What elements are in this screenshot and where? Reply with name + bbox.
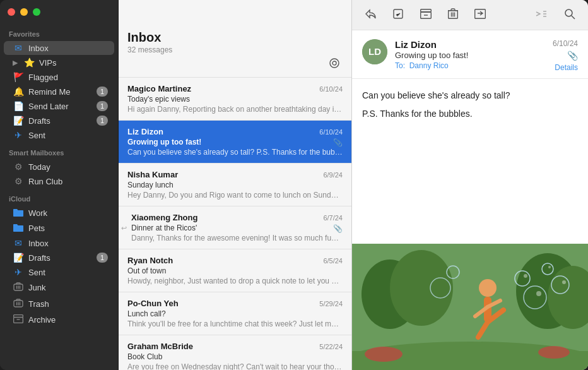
message-date: 6/5/24: [323, 257, 343, 265]
message-item[interactable]: Ryan Notch 6/5/24 Out of town Howdy, nei…: [119, 249, 351, 292]
sidebar-item-inbox[interactable]: ✉ Inbox: [4, 41, 114, 55]
archive-toolbar-icon[interactable]: [418, 6, 434, 24]
sidebar-item-label: Run Club: [28, 177, 108, 186]
sidebar-item-label: Inbox: [28, 239, 108, 248]
sidebar-item-drafts[interactable]: 📝 Drafts 1: [4, 114, 114, 128]
message-item[interactable]: Liz Dizon 6/10/24 Growing up too fast! 📎…: [119, 121, 351, 164]
message-sender: Po-Chun Yeh: [127, 299, 179, 308]
detail-to: To: Danny Rico: [395, 61, 545, 70]
send-later-badge: 1: [97, 101, 108, 111]
sidebar-item-run-club[interactable]: ⚙ Run Club: [4, 174, 114, 188]
sidebar-item-vips[interactable]: ▶ ⭐ VIPs: [4, 56, 114, 69]
svg-point-32: [390, 250, 453, 326]
sidebar: Favorites ✉ Inbox ▶ ⭐ VIPs 🚩 Flagged 🔔 R…: [0, 0, 119, 370]
mail-window: Favorites ✉ Inbox ▶ ⭐ VIPs 🚩 Flagged 🔔 R…: [0, 0, 588, 370]
star-icon: ⭐: [23, 57, 35, 68]
message-date: 6/10/24: [319, 128, 343, 136]
svg-point-11: [330, 59, 339, 68]
drafts-badge: 1: [97, 116, 108, 126]
message-item[interactable]: Graham McBride 5/22/24 Book Club Are you…: [119, 335, 351, 370]
compose-icon[interactable]: [390, 6, 406, 25]
messages-scroll[interactable]: Magico Martinez 6/10/24 Today's epic vie…: [119, 78, 351, 370]
filter-icon[interactable]: [326, 56, 343, 73]
svg-point-51: [524, 274, 527, 278]
detail-header: LD Liz Dizon Growing up too fast! To: Da…: [352, 30, 588, 79]
trash-toolbar-icon[interactable]: [445, 6, 461, 25]
detail-header-info: Liz Dizon Growing up too fast! To: Danny…: [395, 39, 545, 72]
flag-icon: 🚩: [13, 72, 24, 82]
sidebar-item-trash[interactable]: Trash: [4, 296, 114, 312]
sidebar-item-flagged[interactable]: 🚩 Flagged: [4, 70, 114, 84]
svg-rect-14: [421, 9, 432, 11]
message-preview: Hey Danny, Do you and Rigo want to come …: [127, 191, 343, 200]
sidebar-item-today[interactable]: ⚙ Today: [4, 160, 114, 174]
sidebar-item-send-later[interactable]: 📄 Send Later 1: [4, 99, 114, 113]
sidebar-item-work[interactable]: Work: [4, 206, 114, 220]
message-subject: Sunday lunch: [127, 181, 173, 189]
avatar: LD: [362, 39, 387, 64]
sidebar-item-remind-me[interactable]: 🔔 Remind Me 1: [4, 85, 114, 98]
svg-point-39: [479, 279, 497, 297]
today-icon: ⚙: [13, 162, 24, 172]
svg-point-38: [538, 346, 570, 359]
sidebar-item-label: Send Later: [28, 102, 92, 111]
message-subject: Dinner at the Ricos': [131, 224, 197, 232]
message-preview: Think you'll be free for a lunchtime cha…: [127, 319, 343, 328]
attachment-icon: 📎: [333, 224, 343, 233]
message-item[interactable]: ↩ Xiaomeng Zhong 6/7/24 Dinner at the Ri…: [119, 206, 351, 249]
message-list-header: Inbox 32 messages: [119, 0, 351, 78]
message-item[interactable]: Nisha Kumar 6/9/24 Sunday lunch Hey Dann…: [119, 164, 351, 206]
svg-point-54: [562, 280, 566, 284]
send-later-icon: 📄: [13, 101, 24, 111]
message-preview: Are you free on Wednesday night? Can't w…: [127, 362, 343, 370]
detail-details-link[interactable]: Details: [555, 63, 578, 72]
detail-body: Can you believe she's already so tall? P…: [352, 79, 588, 244]
icloud-inbox-icon: ✉: [13, 238, 24, 248]
message-subject: Today's epic views: [127, 95, 190, 104]
reply-icon[interactable]: [362, 6, 379, 24]
close-button[interactable]: [8, 8, 15, 16]
sidebar-item-pets[interactable]: Pets: [4, 221, 114, 236]
to-name[interactable]: Danny Rico: [409, 61, 449, 70]
detail-pane: LD Liz Dizon Growing up too fast! To: Da…: [352, 0, 588, 370]
sidebar-item-icloud-drafts[interactable]: 📝 Drafts 1: [4, 251, 114, 265]
pets-folder-icon: [13, 223, 24, 234]
sidebar-item-label: VIPs: [39, 58, 108, 68]
sidebar-item-icloud-inbox[interactable]: ✉ Inbox: [4, 236, 114, 250]
message-list: Inbox 32 messages Magico Martinez 6/10/2…: [119, 0, 352, 370]
message-item[interactable]: Magico Martinez 6/10/24 Today's epic vie…: [119, 78, 351, 121]
sidebar-item-archive[interactable]: Archive: [4, 313, 114, 327]
maximize-button[interactable]: [33, 8, 40, 16]
sidebar-item-label: Trash: [28, 299, 108, 309]
message-date: 5/22/24: [319, 343, 343, 350]
message-subject: Book Club: [127, 352, 162, 361]
minimize-button[interactable]: [20, 8, 28, 16]
search-toolbar-icon[interactable]: [562, 6, 578, 25]
sidebar-item-icloud-sent[interactable]: ✈ Sent: [4, 265, 114, 279]
attachment-icon: 📎: [333, 138, 343, 147]
message-preview: Danny, Thanks for the awesome evening! I…: [131, 234, 343, 242]
run-club-icon: ⚙: [13, 176, 24, 186]
body-line1: Can you believe she's already so tall?: [362, 89, 578, 102]
more-toolbar-icon[interactable]: [532, 6, 550, 24]
svg-point-26: [565, 9, 572, 16]
svg-point-53: [548, 266, 551, 268]
sidebar-section-icloud: iCloud: [0, 189, 118, 205]
sidebar-content: Favorites ✉ Inbox ▶ ⭐ VIPs 🚩 Flagged 🔔 R…: [0, 0, 119, 370]
icloud-sent-icon: ✈: [13, 267, 24, 277]
bell-icon: 🔔: [13, 87, 24, 97]
message-count: 32 messages: [127, 45, 172, 54]
svg-text:LD: LD: [368, 46, 381, 57]
svg-line-27: [572, 16, 575, 19]
work-folder-icon: [13, 208, 24, 218]
detail-image: [352, 244, 588, 370]
to-label: To:: [395, 61, 405, 70]
sidebar-item-label: Pets: [28, 224, 108, 233]
detail-toolbar: [352, 0, 588, 30]
svg-rect-8: [14, 315, 23, 318]
sidebar-item-sent[interactable]: ✈ Sent: [4, 128, 114, 142]
sidebar-item-junk[interactable]: Junk: [4, 280, 114, 295]
message-item[interactable]: Po-Chun Yeh 5/29/24 Lunch call? Think yo…: [119, 292, 351, 335]
message-sender: Graham McBride: [127, 342, 193, 351]
move-toolbar-icon[interactable]: [472, 6, 488, 24]
